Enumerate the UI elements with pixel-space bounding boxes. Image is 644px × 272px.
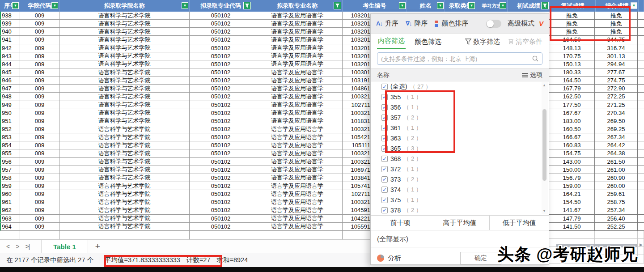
cell-major-code[interactable]: 050102 [190,133,252,141]
col-header-admission-type[interactable]: 录取类别▼ [445,0,476,12]
cell-seq[interactable]: 960 [0,190,20,198]
cell-seq[interactable]: 963 [0,215,20,222]
cell-retest-score[interactable]: 164.50 [549,76,595,84]
cell-college-code[interactable]: 009 [20,101,59,109]
cell-seq[interactable]: 945 [0,68,20,76]
cell-overall-score[interactable]: 264.38 [595,149,638,157]
table-row[interactable]: 180.33 277.67 [549,68,644,76]
cell-college-name[interactable]: 语言科学与艺术学院 [59,60,190,68]
cell-college-name[interactable]: 语言科学与艺术学院 [59,149,190,157]
cell-overall-score[interactable]: 267.34 [595,133,638,141]
cell-retest-score[interactable]: 154.75 [549,149,595,157]
top-ten-button[interactable]: 前十项 [371,216,430,230]
cell-retest-score[interactable]: 154.50 [549,198,595,206]
cell-major-name[interactable]: 语言学及应用语言学 [252,182,343,190]
cell-college-code[interactable]: 009 [20,76,59,84]
cell-college-name[interactable]: 语言科学与艺术学院 [59,166,190,174]
table-row[interactable]: 957 009 语言科学与艺术学院 050102 语言学及应用语言学 10697… [0,166,370,174]
cell-college-name[interactable]: 语言科学与艺术学院 [59,198,190,206]
cell-candidate-id[interactable]: 105421 [343,133,370,141]
cell-college-name[interactable]: 语言科学与艺术学院 [59,141,190,149]
filter-funnel-icon[interactable] [334,2,341,9]
checkbox-checked-icon[interactable]: ✓ [381,207,388,213]
cell-college-name[interactable]: 语言科学与艺术学院 [59,109,190,117]
table-row[interactable]: 953 009 语言科学与艺术学院 050102 语言学及应用语言学 10542… [0,133,370,141]
table-row[interactable]: 159.00 260.00 [549,182,644,190]
table-row[interactable]: 955 009 语言科学与艺术学院 050102 语言学及应用语言学 10032… [0,149,370,157]
cell-seq[interactable]: 947 [0,85,20,92]
col-header-initial-score[interactable]: 初试成绩 [508,0,550,12]
cell-major-name[interactable]: 语言学及应用语言学 [252,133,343,141]
table-row[interactable]: 162.50 272.25 [549,93,644,101]
options-button[interactable]: 选项 [522,71,542,79]
cell-seq[interactable]: 943 [0,52,20,60]
search-icon[interactable] [532,55,539,62]
cell-major-code[interactable]: 050102 [190,149,252,157]
advanced-mode-toggle[interactable] [486,20,501,28]
cell-overall-score[interactable]: 270.34 [595,109,638,117]
cell-major-code[interactable]: 050102 [190,166,252,174]
cell-candidate-id[interactable]: 100321 [343,93,370,100]
cell-major-code[interactable]: 050102 [190,20,252,27]
table-row[interactable]: 945 009 语言科学与艺术学院 050102 语言学及应用语言学 10030… [0,68,370,76]
table-row[interactable]: 150.00 261.00 [549,166,644,174]
cell-major-code[interactable]: 050102 [190,223,252,230]
cell-college-code[interactable]: 009 [20,133,59,141]
cell-candidate-id[interactable]: 103201 [343,36,370,43]
cell-candidate-id[interactable]: 105741 [343,182,370,190]
cell-college-code[interactable]: 009 [20,117,59,125]
cell-seq[interactable]: 958 [0,174,20,182]
clear-condition-button[interactable]: 清空条件 [508,38,542,46]
cell-major-name[interactable]: 语言学及应用语言学 [252,223,343,230]
filter-list-item[interactable]: ✓ 374 （ 1 ） [371,184,549,195]
filter-dropdown-icon[interactable]: ▼ [51,2,58,9]
cell-college-name[interactable]: 语言科学与艺术学院 [59,223,190,230]
table-row[interactable]: 950 009 语言科学与艺术学院 050102 语言学及应用语言学 10032… [0,109,370,117]
table-row[interactable]: 170.75 301.13 [549,52,644,60]
cell-retest-score[interactable]: 156.79 [549,174,595,182]
table-row[interactable]: 948 009 语言科学与艺术学院 050102 语言学及应用语言学 10032… [0,93,370,101]
table-row[interactable]: 939 009 语言科学与艺术学院 050102 语言学及应用语言学 10320… [0,20,370,28]
table-row[interactable]: 949 009 语言科学与艺术学院 050102 语言学及应用语言学 10271… [0,101,370,109]
cell-college-code[interactable]: 009 [20,60,59,68]
table-row[interactable]: 154.50 258.75 [549,198,644,206]
cell-major-name[interactable]: 语言学及应用语言学 [252,101,343,109]
number-filter-button[interactable]: 数字筛选 [465,38,500,46]
cell-college-name[interactable]: 语言科学与艺术学院 [59,68,190,76]
cell-college-code[interactable]: 009 [20,206,59,214]
cell-college-name[interactable]: 语言科学与艺术学院 [59,182,190,190]
cell-candidate-id[interactable]: 105591 [343,223,370,230]
cell-college-name[interactable]: 语言科学与艺术学院 [59,93,190,100]
cell-retest-score[interactable]: 147.79 [549,215,595,222]
cell-college-code[interactable]: 009 [20,174,59,182]
cell-candidate-id[interactable]: 100321 [343,109,370,117]
below-average-button[interactable]: 低于平均值 [490,216,549,230]
cell-major-code[interactable]: 050102 [190,85,252,92]
cell-candidate-id[interactable]: 100321 [343,158,370,166]
checkbox-checked-icon[interactable]: ✓ [381,156,388,162]
cell-college-code[interactable]: 009 [20,36,59,43]
cell-seq[interactable]: 955 [0,149,20,157]
table-row[interactable]: 167.79 272.90 [549,85,644,93]
cell-seq[interactable]: 950 [0,109,20,117]
cell-candidate-id[interactable]: 103191 [343,76,370,84]
table-row[interactable]: 963 009 语言科学与艺术学院 050102 语言学及应用语言学 10422… [0,215,370,223]
filter-list-item[interactable]: ✓ 372 （ 1 ） [371,164,549,174]
cell-college-name[interactable]: 语言科学与艺术学院 [59,12,190,19]
cell-seq[interactable]: 964 [0,223,20,230]
cell-college-name[interactable]: 语言科学与艺术学院 [59,190,190,198]
cell-major-code[interactable]: 050102 [190,76,252,84]
cell-major-name[interactable]: 语言学及应用语言学 [252,206,343,214]
cell-college-name[interactable]: 语言科学与艺术学院 [59,85,190,92]
cell-seq[interactable]: 941 [0,36,20,43]
cell-major-name[interactable]: 语言学及应用语言学 [252,125,343,133]
cell-college-code[interactable]: 009 [20,215,59,222]
cell-overall-score[interactable]: 269.50 [595,117,638,125]
filter-list-item[interactable]: ✓ 368 （ 2 ） [371,153,549,164]
cell-overall-score[interactable]: 257.34 [595,206,638,214]
col-header-study-mode[interactable]: 学习方式▼ [476,0,508,12]
table-row[interactable]: 164.21 259.61 [549,190,644,198]
cell-seq[interactable]: 951 [0,117,20,125]
col-header-name[interactable]: 姓名▼ [407,0,445,12]
cell-major-code[interactable]: 050102 [190,101,252,109]
